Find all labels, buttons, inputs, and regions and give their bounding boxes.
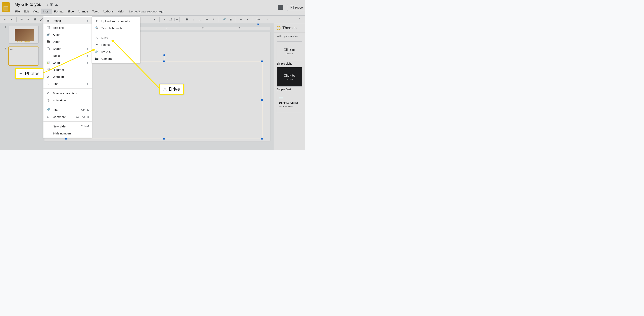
insert-line[interactable]: ＼Line ▶ xyxy=(44,80,92,87)
resize-handle[interactable] xyxy=(65,138,67,140)
video-icon: 🎬 xyxy=(46,40,50,44)
insert-chart[interactable]: 📊Chart ▶ xyxy=(44,59,92,66)
menu-addons[interactable]: Add-ons xyxy=(101,8,116,14)
theme-simple-dark[interactable]: Click to Click to a xyxy=(276,67,302,87)
highlight-icon[interactable]: ✎ xyxy=(211,17,216,22)
slides-logo[interactable] xyxy=(2,2,10,12)
present-button[interactable]: Prese xyxy=(287,4,305,11)
align-icon[interactable]: ≡ xyxy=(238,17,244,22)
font-size-increase[interactable]: + xyxy=(175,18,179,21)
image-camera[interactable]: 📷Camera xyxy=(92,55,140,62)
italic-icon[interactable]: I xyxy=(191,17,196,22)
underline-icon[interactable]: U xyxy=(198,17,203,22)
insert-shape[interactable]: ◯Shape ▶ xyxy=(44,45,92,52)
more-icon[interactable]: ⋯ xyxy=(266,17,271,22)
rotate-handle[interactable] xyxy=(163,54,165,56)
collapse-toolbar-icon[interactable]: ⌃ xyxy=(297,17,302,22)
insert-link-label: Link xyxy=(53,108,58,112)
insert-textbox[interactable]: 🅃Text box xyxy=(44,24,92,31)
palette-icon xyxy=(276,26,280,30)
chevron-right-icon: ▶ xyxy=(87,83,89,85)
insert-dropdown: ▣Image ▶ 🅃Text box 🔊Audio 🎬Video ◯Shape … xyxy=(43,16,92,138)
audio-icon: 🔊 xyxy=(46,33,50,37)
shortcut-label: Ctrl+Alt+M xyxy=(76,115,89,118)
font-size-control[interactable]: − 18 + xyxy=(162,17,180,22)
resize-handle[interactable] xyxy=(163,138,165,140)
resize-handle[interactable] xyxy=(262,99,263,101)
insert-table[interactable]: Table ▶ xyxy=(44,52,92,59)
more-dropdown[interactable]: ▾ xyxy=(152,17,157,22)
new-slide-button[interactable]: ＋ xyxy=(2,17,8,22)
text-color-icon[interactable]: A xyxy=(204,17,210,22)
insert-comment[interactable]: ⊞Comment Ctrl+Alt+M xyxy=(44,113,92,120)
last-edit-link[interactable]: Last edit was seconds ago xyxy=(129,8,164,14)
slide-thumbnail-2[interactable]: Gifs xyxy=(8,47,38,65)
insert-link[interactable]: 🔗Link Ctrl+K xyxy=(44,106,92,113)
search-icon: 🔍 xyxy=(95,26,99,30)
insert-line-label: Line xyxy=(53,82,58,85)
menu-arrange[interactable]: Arrange xyxy=(76,8,90,14)
resize-handle[interactable] xyxy=(262,138,263,140)
resize-handle[interactable] xyxy=(262,60,263,62)
align-dropdown[interactable]: ▾ xyxy=(245,17,250,22)
ruler-tick: 8 xyxy=(202,27,204,29)
ruler-tick: 9 xyxy=(238,27,240,29)
font-size-value[interactable]: 18 xyxy=(167,18,175,21)
image-photos[interactable]: ✦Photos xyxy=(92,41,140,48)
menu-edit[interactable]: Edit xyxy=(22,8,31,14)
insert-image[interactable]: ▣Image ▶ xyxy=(44,17,92,24)
image-search-label: Search the web xyxy=(101,26,122,30)
document-title[interactable]: My GIF to you xyxy=(13,1,42,8)
chevron-right-icon: ▶ xyxy=(87,48,89,50)
insert-link-icon[interactable]: 🔗 xyxy=(221,17,227,22)
insert-diagram[interactable]: ⿳Diagram xyxy=(44,66,92,73)
menu-view[interactable]: View xyxy=(31,8,41,14)
line-spacing-icon[interactable]: ⇕≡ xyxy=(255,17,260,22)
image-upload[interactable]: ⬆Upload from computer xyxy=(92,17,140,24)
star-icon[interactable]: ☆ xyxy=(45,2,49,6)
new-slide-dropdown[interactable]: ▾ xyxy=(8,17,14,22)
insert-slide-numbers[interactable]: Slide numbers xyxy=(44,130,92,137)
theme-accent[interactable]: Click to add tit Click to add subtitle xyxy=(276,93,302,112)
image-photos-label: Photos xyxy=(101,43,110,46)
drive-icon: ◬ xyxy=(163,87,167,92)
insert-animation-label: Animation xyxy=(53,99,66,102)
menu-tools[interactable]: Tools xyxy=(90,8,101,14)
resize-handle[interactable] xyxy=(163,60,165,62)
link-icon: 🔗 xyxy=(46,108,50,112)
redo-icon[interactable]: ↷ xyxy=(26,17,31,22)
image-icon: ▣ xyxy=(46,19,50,22)
selection-box[interactable] xyxy=(66,61,262,139)
move-icon[interactable]: ▣ xyxy=(50,2,54,6)
print-icon[interactable]: 🖶 xyxy=(32,17,38,22)
menu-help[interactable]: Help xyxy=(116,8,126,14)
insert-special-label: Special characters xyxy=(53,92,77,95)
insert-wordart[interactable]: AWord art xyxy=(44,73,92,80)
insert-special-chars[interactable]: ΩSpecial characters xyxy=(44,90,92,97)
menu-format[interactable]: Format xyxy=(52,8,66,14)
slide-thumbnail-1[interactable]: HOW YOU DOIN? xyxy=(8,26,38,44)
menu-slide[interactable]: Slide xyxy=(65,8,76,14)
cloud-icon[interactable]: ☁ xyxy=(54,2,58,6)
image-drive[interactable]: ◬Drive xyxy=(92,34,140,41)
insert-animation[interactable]: ◎Animation xyxy=(44,97,92,104)
comments-icon[interactable] xyxy=(278,5,283,10)
bold-icon[interactable]: B xyxy=(184,17,190,22)
wordart-icon: A xyxy=(46,75,50,79)
insert-new-slide[interactable]: New slide Ctrl+M xyxy=(44,123,92,130)
menu-insert[interactable]: Insert xyxy=(41,8,52,14)
theme-simple-light[interactable]: Click to Click to a xyxy=(276,41,302,61)
theme-preview-title: Click to xyxy=(284,48,295,52)
thumbnail-image xyxy=(14,29,34,41)
upload-icon: ⬆ xyxy=(95,19,99,23)
insert-table-label: Table xyxy=(53,54,60,57)
font-size-decrease[interactable]: − xyxy=(162,18,167,21)
insert-audio[interactable]: 🔊Audio xyxy=(44,31,92,38)
menu-file[interactable]: File xyxy=(13,8,22,14)
image-by-url[interactable]: 🔗By URL xyxy=(92,48,140,55)
insert-video[interactable]: 🎬Video xyxy=(44,38,92,45)
insert-comment-icon[interactable]: ⊞ xyxy=(228,17,233,22)
undo-icon[interactable]: ↶ xyxy=(19,17,24,22)
annotation-drive: ◬ Drive xyxy=(160,84,184,95)
image-search-web[interactable]: 🔍Search the web xyxy=(92,24,140,31)
